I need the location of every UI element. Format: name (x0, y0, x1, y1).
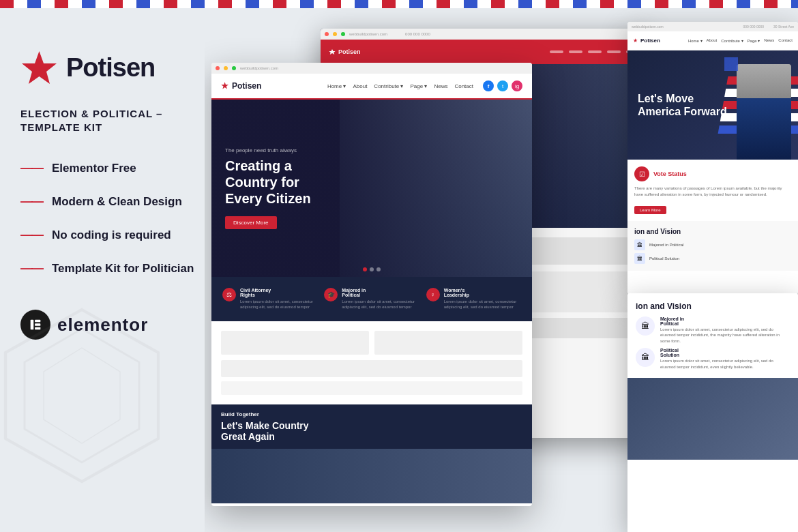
feature-womens: ♀ Women'sLeadership Lorem ipsum dolor si… (426, 288, 521, 310)
feature-civil: ⚖ Civil AttorneyRights Lorem ipsum dolor… (222, 288, 317, 310)
features-list: —— Elementor Free —— Modern & Clean Desi… (20, 161, 198, 276)
url-bar-front: webbuildpotisen.com (211, 63, 532, 74)
bottom-right-item-2: 🏛 PoliticalSolution Lorem ipsum dolor si… (636, 348, 790, 370)
url-bar-back: webbuildpotisen.com 000 000 0000 (321, 29, 648, 40)
dash-icon: —— (20, 161, 42, 175)
svg-marker-8 (329, 49, 336, 55)
back-nav-links (550, 50, 640, 53)
back-nav-bar: Potisen (321, 40, 648, 64)
blue-circle-decor (724, 57, 738, 71)
feature-label: Elementor Free (52, 162, 136, 175)
svg-marker-3 (22, 51, 57, 84)
right-section2-title: ion and Vision (634, 228, 791, 235)
political-item-icon: 🏛 (634, 239, 645, 250)
vote-btn[interactable]: Learn More (634, 206, 666, 214)
feature-label: Modern & Clean Design (52, 195, 182, 209)
screenshot-front: webbuildpotisen.com ★ Potisen Home ▾ Abo… (211, 63, 532, 506)
right-section2: ion and Vision 🏛 Majored in Political 🏛 … (627, 221, 798, 271)
front-hero-eyebrow: The people need truth always (225, 147, 311, 153)
left-panel: Potisen Election & Political – Template … (0, 8, 218, 532)
front-bottom-title: Let's Make CountryGreat Again (221, 420, 522, 442)
hex-watermark (0, 300, 177, 491)
front-nav-logo: ★ Potisen (221, 81, 261, 91)
political-desc: Lorem ipsum dolor sit amet, consectetur … (342, 299, 419, 310)
right-vote-header: ☑ Vote Status (634, 166, 791, 181)
front-hero: The people need truth always Creating aC… (211, 100, 532, 277)
front-nav: ★ Potisen Home ▾ About Contribute ▾ Page… (211, 74, 532, 100)
right-item-2: 🏛 Political Solution (634, 253, 791, 264)
solution-item-label: Political Solution (649, 256, 679, 261)
political-title: Majored inPolitical (342, 288, 419, 297)
political-item-label: Majored in Political (649, 243, 683, 247)
right-vote-status: ☑ Vote Status There are many variations … (627, 160, 798, 221)
bottom-item-1-title: Majored inPolitical (660, 316, 790, 326)
bottom-item-2-title: PoliticalSolution (660, 348, 790, 357)
feature-item-no-coding: —— No coding is required (20, 228, 198, 242)
feature-label: Template Kit for Politician (52, 262, 194, 276)
right-nav: ★ Potisen Home ▾ About Contribute ▾ Page… (627, 31, 798, 50)
bottom-political-icon: 🏛 (636, 316, 655, 336)
feature-label: No coding is required (52, 228, 171, 242)
bottom-right-image (627, 378, 798, 460)
front-bottom-eyebrow: Build Together (221, 411, 522, 417)
top-decorative-bar (0, 0, 798, 8)
feature-political: 🎓 Majored inPolitical Lorem ipsum dolor … (324, 288, 419, 310)
womens-title: Women'sLeadership (444, 288, 521, 297)
bottom-item-1-desc: Lorem ipsum dolor sit amet, consectetur … (660, 327, 790, 344)
bottom-right-section: ion and Vision 🏛 Majored inPolitical Lor… (627, 293, 798, 378)
logo-text: Potisen (66, 53, 155, 83)
tagline: Election & Political – Template Kit (20, 107, 198, 134)
screenshots-area: webbuildpotisen.com 000 000 0000 Potisen (205, 8, 798, 532)
feature-item-template-kit: —— Template Kit for Politician (20, 261, 198, 276)
civil-title: Civil AttorneyRights (240, 288, 317, 297)
civil-icon: ⚖ (222, 288, 236, 301)
dash-icon: —— (20, 261, 42, 276)
front-features: ⚖ Civil AttorneyRights Lorem ipsum dolor… (211, 277, 532, 321)
svg-marker-2 (44, 348, 120, 443)
political-icon: 🎓 (324, 288, 338, 301)
front-nav-links: Home ▾ About Contribute ▾ Page ▾ News Co… (327, 83, 473, 89)
front-content (211, 321, 532, 404)
right-hero: Let's MoveAmerica Forward (627, 50, 798, 160)
front-bottom-strip: Build Together Let's Make CountryGreat A… (211, 404, 532, 449)
svg-marker-0 (5, 310, 158, 482)
bottom-item-2-content: PoliticalSolution Lorem ipsum dolor sit … (660, 348, 790, 370)
womens-icon: ♀ (426, 288, 440, 301)
front-hero-title: Creating aCountry forEvery Citizen (225, 158, 311, 207)
front-bottom-image (211, 449, 532, 503)
url-bar-right: webbuildpotisen.com 000 000 0000 30 Stre… (627, 22, 798, 31)
dash-icon: —— (20, 194, 42, 209)
bottom-right-title: ion and Vision (636, 301, 790, 311)
right-item-1: 🏛 Majored in Political (634, 239, 791, 250)
bottom-right-item-1: 🏛 Majored inPolitical Lorem ipsum dolor … (636, 316, 790, 344)
vote-title: Vote Status (653, 171, 687, 177)
right-section2-items: 🏛 Majored in Political 🏛 Political Solut… (634, 239, 791, 264)
dash-icon: —— (20, 228, 42, 242)
womens-desc: Lorem ipsum dolor sit amet, consectetur … (444, 299, 521, 310)
screenshot-top-right: webbuildpotisen.com 000 000 0000 30 Stre… (627, 22, 798, 295)
civil-desc: Lorem ipsum dolor sit amet, consectetur … (240, 299, 317, 310)
bottom-right-items: 🏛 Majored inPolitical Lorem ipsum dolor … (636, 316, 790, 370)
right-hero-title: Let's MoveAmerica Forward (638, 92, 727, 118)
front-cta-button[interactable]: Discover More (225, 216, 277, 229)
vote-icon: ☑ (634, 166, 649, 181)
back-nav-logo: Potisen (329, 48, 361, 55)
front-hero-dots (363, 267, 381, 271)
feature-item-modern-design: —— Modern & Clean Design (20, 194, 198, 209)
logo-area: Potisen (20, 49, 198, 87)
bottom-item-1-content: Majored inPolitical Lorem ipsum dolor si… (660, 316, 790, 344)
feature-item-elementor-free: —— Elementor Free (20, 161, 198, 175)
bottom-solution-icon: 🏛 (636, 348, 655, 367)
vote-text: There are many variations of passages of… (634, 186, 791, 198)
logo-star-icon (20, 49, 58, 87)
right-hero-person (737, 64, 791, 160)
bottom-item-2-desc: Lorem ipsum dolor sit amet, consectetur … (660, 358, 790, 370)
solution-item-icon: 🏛 (634, 253, 645, 264)
svg-marker-1 (25, 329, 139, 462)
screenshot-bottom-right: ion and Vision 🏛 Majored inPolitical Lor… (627, 293, 798, 532)
